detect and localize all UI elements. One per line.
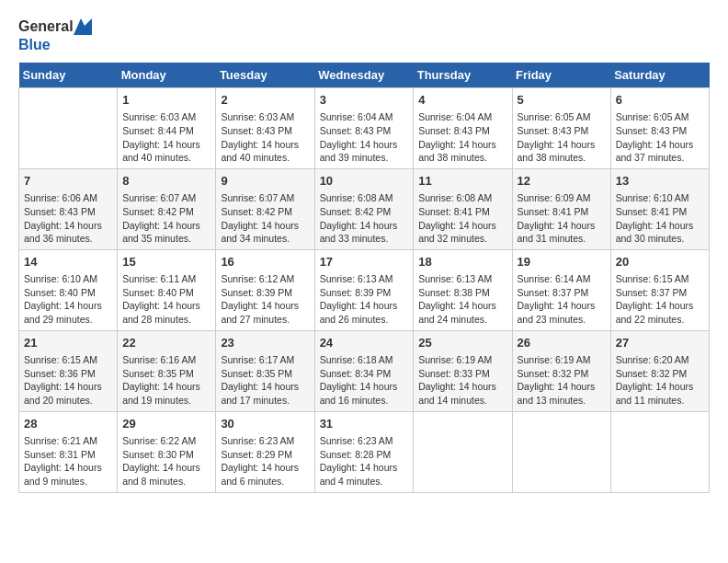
cell-content: Sunrise: 6:19 AM Sunset: 8:32 PM Dayligh… bbox=[518, 353, 606, 408]
calendar-cell: 31Sunrise: 6:23 AM Sunset: 8:28 PM Dayli… bbox=[314, 411, 414, 492]
calendar-table: SundayMondayTuesdayWednesdayThursdayFrid… bbox=[18, 63, 710, 493]
calendar-cell: 23Sunrise: 6:17 AM Sunset: 8:35 PM Dayli… bbox=[216, 330, 314, 411]
cell-content: Sunrise: 6:22 AM Sunset: 8:30 PM Dayligh… bbox=[122, 434, 210, 488]
week-row-5: 28Sunrise: 6:21 AM Sunset: 8:31 PM Dayli… bbox=[19, 411, 710, 492]
svg-marker-0 bbox=[74, 18, 92, 35]
calendar-cell: 30Sunrise: 6:23 AM Sunset: 8:29 PM Dayli… bbox=[216, 411, 314, 492]
day-number: 17 bbox=[320, 254, 409, 270]
day-number: 3 bbox=[320, 92, 409, 109]
day-header-monday: Monday bbox=[118, 63, 216, 88]
day-number: 22 bbox=[122, 335, 210, 351]
calendar-cell bbox=[19, 88, 118, 169]
calendar-cell: 24Sunrise: 6:18 AM Sunset: 8:34 PM Dayli… bbox=[314, 330, 414, 411]
calendar-cell: 28Sunrise: 6:21 AM Sunset: 8:31 PM Dayli… bbox=[19, 411, 118, 492]
day-number: 28 bbox=[24, 416, 112, 432]
week-row-1: 1Sunrise: 6:03 AM Sunset: 8:44 PM Daylig… bbox=[19, 88, 710, 169]
cell-content: Sunrise: 6:05 AM Sunset: 8:43 PM Dayligh… bbox=[616, 110, 704, 165]
cell-content: Sunrise: 6:17 AM Sunset: 8:35 PM Dayligh… bbox=[221, 353, 309, 408]
day-header-sunday: Sunday bbox=[19, 63, 118, 88]
cell-content: Sunrise: 6:05 AM Sunset: 8:43 PM Dayligh… bbox=[518, 110, 606, 165]
calendar-cell: 9Sunrise: 6:07 AM Sunset: 8:42 PM Daylig… bbox=[216, 168, 314, 249]
day-number: 6 bbox=[616, 92, 704, 109]
cell-content: Sunrise: 6:15 AM Sunset: 8:37 PM Dayligh… bbox=[616, 272, 704, 327]
calendar-cell: 19Sunrise: 6:14 AM Sunset: 8:37 PM Dayli… bbox=[512, 249, 610, 330]
day-number: 23 bbox=[221, 335, 309, 351]
day-header-friday: Friday bbox=[512, 63, 610, 88]
cell-content: Sunrise: 6:14 AM Sunset: 8:37 PM Dayligh… bbox=[518, 272, 606, 327]
week-row-4: 21Sunrise: 6:15 AM Sunset: 8:36 PM Dayli… bbox=[19, 330, 710, 411]
day-number: 27 bbox=[616, 335, 704, 351]
calendar-cell: 3Sunrise: 6:04 AM Sunset: 8:43 PM Daylig… bbox=[314, 88, 414, 169]
day-number: 2 bbox=[221, 92, 309, 109]
cell-content: Sunrise: 6:15 AM Sunset: 8:36 PM Dayligh… bbox=[24, 353, 112, 408]
cell-content: Sunrise: 6:03 AM Sunset: 8:44 PM Dayligh… bbox=[122, 110, 210, 165]
week-row-2: 7Sunrise: 6:06 AM Sunset: 8:43 PM Daylig… bbox=[19, 168, 710, 249]
day-header-saturday: Saturday bbox=[610, 63, 709, 88]
header-row: SundayMondayTuesdayWednesdayThursdayFrid… bbox=[19, 63, 710, 88]
calendar-cell: 4Sunrise: 6:04 AM Sunset: 8:43 PM Daylig… bbox=[414, 88, 512, 169]
cell-content: Sunrise: 6:19 AM Sunset: 8:33 PM Dayligh… bbox=[418, 353, 506, 408]
day-number: 11 bbox=[418, 173, 506, 190]
logo-bird-icon bbox=[74, 18, 92, 35]
day-number: 21 bbox=[24, 335, 112, 351]
cell-content: Sunrise: 6:23 AM Sunset: 8:29 PM Dayligh… bbox=[221, 434, 309, 488]
calendar-cell bbox=[610, 411, 709, 492]
calendar-cell: 25Sunrise: 6:19 AM Sunset: 8:33 PM Dayli… bbox=[414, 330, 512, 411]
cell-content: Sunrise: 6:23 AM Sunset: 8:28 PM Dayligh… bbox=[320, 434, 409, 488]
day-number: 9 bbox=[221, 173, 309, 190]
cell-content: Sunrise: 6:04 AM Sunset: 8:43 PM Dayligh… bbox=[320, 110, 409, 165]
calendar-cell: 17Sunrise: 6:13 AM Sunset: 8:39 PM Dayli… bbox=[314, 249, 414, 330]
calendar-cell: 21Sunrise: 6:15 AM Sunset: 8:36 PM Dayli… bbox=[19, 330, 118, 411]
cell-content: Sunrise: 6:12 AM Sunset: 8:39 PM Dayligh… bbox=[221, 272, 309, 327]
day-number: 8 bbox=[122, 173, 210, 190]
calendar-cell: 13Sunrise: 6:10 AM Sunset: 8:41 PM Dayli… bbox=[610, 168, 709, 249]
logo-blue: Blue bbox=[18, 37, 51, 53]
calendar-cell: 18Sunrise: 6:13 AM Sunset: 8:38 PM Dayli… bbox=[414, 249, 512, 330]
day-number: 25 bbox=[418, 335, 506, 351]
cell-content: Sunrise: 6:20 AM Sunset: 8:32 PM Dayligh… bbox=[616, 353, 704, 408]
cell-content: Sunrise: 6:07 AM Sunset: 8:42 PM Dayligh… bbox=[122, 191, 210, 246]
calendar-cell: 20Sunrise: 6:15 AM Sunset: 8:37 PM Dayli… bbox=[610, 249, 709, 330]
logo: GeneralBlue bbox=[18, 18, 92, 53]
week-row-3: 14Sunrise: 6:10 AM Sunset: 8:40 PM Dayli… bbox=[19, 249, 710, 330]
day-number: 5 bbox=[518, 92, 606, 109]
day-number: 13 bbox=[616, 173, 704, 190]
header: GeneralBlue bbox=[18, 18, 710, 53]
cell-content: Sunrise: 6:18 AM Sunset: 8:34 PM Dayligh… bbox=[320, 353, 409, 408]
day-number: 18 bbox=[418, 254, 506, 270]
day-number: 14 bbox=[24, 254, 112, 270]
day-number: 20 bbox=[616, 254, 704, 270]
calendar-cell: 11Sunrise: 6:08 AM Sunset: 8:41 PM Dayli… bbox=[414, 168, 512, 249]
cell-content: Sunrise: 6:04 AM Sunset: 8:43 PM Dayligh… bbox=[418, 110, 506, 165]
day-header-wednesday: Wednesday bbox=[314, 63, 414, 88]
cell-content: Sunrise: 6:10 AM Sunset: 8:41 PM Dayligh… bbox=[616, 191, 704, 246]
calendar-cell: 29Sunrise: 6:22 AM Sunset: 8:30 PM Dayli… bbox=[118, 411, 216, 492]
cell-content: Sunrise: 6:08 AM Sunset: 8:42 PM Dayligh… bbox=[320, 191, 409, 246]
cell-content: Sunrise: 6:03 AM Sunset: 8:43 PM Dayligh… bbox=[221, 110, 309, 165]
cell-content: Sunrise: 6:13 AM Sunset: 8:39 PM Dayligh… bbox=[320, 272, 409, 327]
calendar-cell bbox=[512, 411, 610, 492]
cell-content: Sunrise: 6:21 AM Sunset: 8:31 PM Dayligh… bbox=[24, 434, 112, 488]
day-number: 24 bbox=[320, 335, 409, 351]
calendar-cell: 16Sunrise: 6:12 AM Sunset: 8:39 PM Dayli… bbox=[216, 249, 314, 330]
calendar-cell: 14Sunrise: 6:10 AM Sunset: 8:40 PM Dayli… bbox=[19, 249, 118, 330]
cell-content: Sunrise: 6:16 AM Sunset: 8:35 PM Dayligh… bbox=[122, 353, 210, 408]
day-number: 10 bbox=[320, 173, 409, 190]
day-header-tuesday: Tuesday bbox=[216, 63, 314, 88]
day-number: 1 bbox=[122, 92, 210, 109]
day-number: 4 bbox=[418, 92, 506, 109]
calendar-cell: 6Sunrise: 6:05 AM Sunset: 8:43 PM Daylig… bbox=[610, 88, 709, 169]
calendar-cell: 15Sunrise: 6:11 AM Sunset: 8:40 PM Dayli… bbox=[118, 249, 216, 330]
cell-content: Sunrise: 6:13 AM Sunset: 8:38 PM Dayligh… bbox=[418, 272, 506, 327]
day-number: 7 bbox=[24, 173, 112, 190]
day-number: 31 bbox=[320, 416, 409, 432]
calendar-cell: 2Sunrise: 6:03 AM Sunset: 8:43 PM Daylig… bbox=[216, 88, 314, 169]
day-header-thursday: Thursday bbox=[414, 63, 512, 88]
day-number: 19 bbox=[518, 254, 606, 270]
cell-content: Sunrise: 6:07 AM Sunset: 8:42 PM Dayligh… bbox=[221, 191, 309, 246]
calendar-cell: 1Sunrise: 6:03 AM Sunset: 8:44 PM Daylig… bbox=[118, 88, 216, 169]
cell-content: Sunrise: 6:10 AM Sunset: 8:40 PM Dayligh… bbox=[24, 272, 112, 327]
calendar-cell: 27Sunrise: 6:20 AM Sunset: 8:32 PM Dayli… bbox=[610, 330, 709, 411]
cell-content: Sunrise: 6:08 AM Sunset: 8:41 PM Dayligh… bbox=[418, 191, 506, 246]
calendar-cell: 5Sunrise: 6:05 AM Sunset: 8:43 PM Daylig… bbox=[512, 88, 610, 169]
